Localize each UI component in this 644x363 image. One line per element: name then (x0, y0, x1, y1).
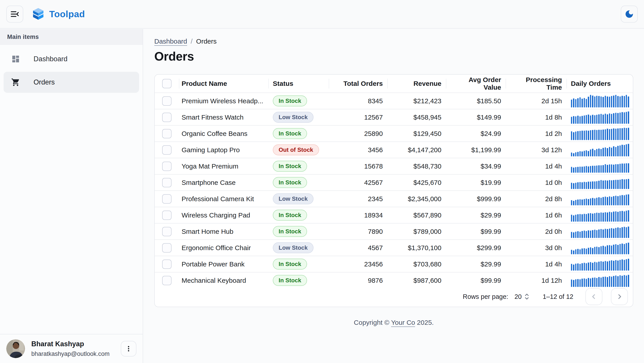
sparkline-bar (620, 179, 621, 189)
sparkline-bar (600, 114, 602, 124)
column-header-product-name[interactable]: Product Name (179, 75, 268, 92)
row-checkbox[interactable] (162, 96, 172, 106)
total-orders-cell: 7890 (329, 228, 387, 235)
row-checkbox[interactable] (162, 243, 172, 253)
breadcrumb-current: Orders (196, 37, 217, 45)
daily-orders-cell (566, 241, 633, 254)
sparkline-bar (626, 179, 627, 189)
sparkline-bar (588, 262, 589, 271)
sparkline-bar (588, 278, 589, 287)
sidebar-item-orders[interactable]: Orders (4, 72, 139, 93)
cart-icon (11, 77, 21, 87)
sparkline-bar (617, 128, 618, 140)
sparkline-bar (605, 114, 606, 124)
column-header-total-orders[interactable]: Total Orders (329, 75, 387, 92)
chevron-right-icon (616, 293, 623, 300)
sparkline-bar (596, 230, 598, 238)
sparkline-bar (596, 247, 598, 254)
toolpad-logo-icon (32, 7, 45, 20)
row-checkbox[interactable] (162, 113, 172, 122)
sparkline-bar (580, 264, 581, 271)
column-header-avg-order-value[interactable]: Avg Order Value (446, 75, 506, 92)
row-checkbox[interactable] (162, 276, 172, 285)
row-checkbox[interactable] (162, 162, 172, 171)
sparkline-bar (617, 227, 618, 238)
sparkline-bar (611, 129, 612, 140)
daily-orders-cell (566, 258, 633, 271)
collapse-menu-button[interactable] (6, 5, 23, 22)
processing-time-cell: 1d 2h (506, 130, 566, 137)
sparkline-bar (584, 199, 585, 205)
column-header-revenue[interactable]: Revenue (387, 75, 446, 92)
sparkline-bar (594, 150, 596, 156)
sparkline-bar (622, 145, 623, 156)
row-checkbox[interactable] (162, 178, 172, 187)
row-checkbox-cell (155, 162, 179, 171)
row-checkbox[interactable] (162, 145, 172, 155)
sparkline-bar (605, 212, 606, 222)
sparkline-bar (582, 131, 583, 140)
rows-per-page-select[interactable]: 20 (514, 293, 530, 300)
sidebar-item-dashboard[interactable]: Dashboard (4, 48, 139, 69)
sparkline-bar (582, 151, 583, 156)
rows-per-page-value: 20 (514, 293, 522, 300)
row-checkbox[interactable] (162, 260, 172, 269)
sparkline-bar (584, 278, 585, 287)
avatar[interactable] (6, 339, 25, 358)
user-menu-button[interactable] (121, 341, 136, 357)
sparkline-bar (598, 229, 600, 238)
sparkline-bar (628, 243, 629, 254)
sparkline-bar (624, 260, 625, 271)
sparkline-bar (592, 248, 593, 254)
theme-toggle-button[interactable] (621, 5, 638, 22)
status-cell: In Stock (268, 210, 329, 221)
sparkline-bar (624, 195, 625, 205)
previous-page-button[interactable] (586, 288, 602, 305)
next-page-button[interactable] (611, 288, 628, 305)
column-header-daily-orders[interactable]: Daily Orders (566, 75, 633, 92)
row-checkbox-cell (155, 194, 179, 204)
sparkline-bar (607, 180, 608, 189)
sparkline-bar (586, 182, 587, 189)
sparkline-bar (600, 198, 602, 205)
sparkline-bar (582, 116, 583, 124)
select-all-checkbox[interactable] (162, 79, 172, 88)
sparkline-bar (596, 198, 598, 205)
dashboard-icon (11, 54, 21, 64)
column-header-processing-time[interactable]: Processing Time (506, 75, 566, 92)
status-badge: In Stock (273, 226, 307, 237)
daily-orders-sparkline (571, 176, 629, 189)
daily-orders-sparkline (571, 94, 629, 107)
sparkline-bar (584, 214, 585, 222)
row-checkbox[interactable] (162, 129, 172, 138)
sparkline-bar (573, 201, 574, 205)
sparkline-bar (615, 180, 616, 189)
sparkline-bar (607, 148, 608, 156)
row-checkbox[interactable] (162, 194, 172, 204)
breadcrumb-dashboard-link[interactable]: Dashboard (154, 37, 187, 45)
sparkline-bar (620, 244, 621, 254)
sparkline-bar (602, 277, 604, 287)
product-name-cell: Wireless Charging Pad (179, 211, 268, 219)
sparkline-bar (626, 243, 627, 254)
row-checkbox[interactable] (162, 211, 172, 220)
row-checkbox[interactable] (162, 227, 172, 236)
sparkline-bar (592, 230, 593, 238)
revenue-cell: $703,680 (387, 260, 446, 268)
sparkline-bar (613, 128, 614, 140)
avg-order-value-cell: $29.99 (446, 260, 506, 268)
revenue-cell: $567,890 (387, 211, 446, 219)
sparkline-bar (580, 151, 581, 156)
copyright-suffix: 2025. (415, 319, 434, 326)
sparkline-bar (626, 227, 627, 238)
sparkline-bar (588, 181, 589, 189)
daily-orders-cell (566, 192, 633, 205)
status-badge: In Stock (273, 128, 307, 139)
sparkline-bar (592, 166, 593, 173)
sparkline-bar (592, 263, 593, 271)
daily-orders-sparkline (571, 241, 629, 254)
column-header-status[interactable]: Status (268, 75, 329, 92)
company-link[interactable]: Your Co (391, 319, 415, 326)
status-cell: In Stock (268, 95, 329, 106)
sidebar-item-label: Orders (34, 78, 55, 86)
